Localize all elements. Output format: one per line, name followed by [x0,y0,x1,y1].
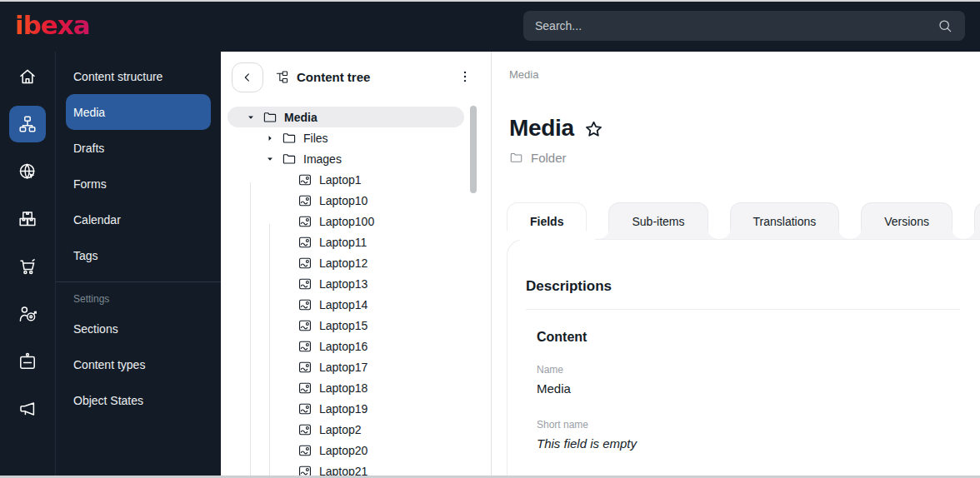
caret-down-icon[interactable] [265,154,275,164]
tree-item-label: Laptop16 [319,340,368,353]
image-icon [298,256,312,271]
rail-item-commerce[interactable] [9,248,46,285]
field-list: NameMediaShort nameThis field is empty [537,364,960,451]
tree-row[interactable]: Laptop17 [228,356,464,377]
field-group: Content NameMediaShort nameThis field is… [537,330,960,451]
sidebar-item-sections[interactable]: Sections [66,311,211,346]
tree-item-label: Files [303,132,328,145]
section-heading: Descriptions [526,278,960,295]
tab-versions[interactable]: Versions [861,202,952,239]
tree-row[interactable]: Images [228,148,464,169]
page-title: Media [509,115,574,142]
sidebar-item-object-states[interactable]: Object States [66,382,211,418]
audience-target-icon [18,304,38,324]
sidebar-item-content-structure[interactable]: Content structure [66,58,211,94]
tree-item-label: Laptop14 [319,298,368,311]
image-icon [298,339,312,354]
tree-row[interactable]: Media [228,107,464,127]
tree-row[interactable]: Files [228,127,464,148]
rail-item-users[interactable] [9,343,46,380]
tree-row[interactable]: Laptop19 [228,398,464,419]
rail-item-content[interactable] [9,106,46,142]
tree-row[interactable]: Laptop13 [228,273,464,294]
tab-locations[interactable]: Locations [974,202,980,239]
field-label: Short name [537,419,960,431]
global-search [523,11,965,41]
tree-item-label: Laptop100 [319,215,374,228]
group-heading: Content [537,330,960,345]
search-input[interactable] [535,19,937,32]
menu-list: Content structureMediaDraftsFormsCalenda… [56,58,221,273]
star-icon[interactable] [583,119,604,140]
collapse-tree-button[interactable] [232,62,263,92]
tab-translations[interactable]: Translations [730,202,840,239]
content-structure-icon [18,114,38,134]
tree-options-button[interactable] [458,69,472,84]
content-type-row: Folder [509,151,567,165]
kebab-menu-icon [458,69,472,84]
top-bar: ibexa [0,0,980,52]
folder-icon [262,110,278,125]
sidebar-item-calendar[interactable]: Calendar [66,202,211,237]
sidebar-item-forms[interactable]: Forms [66,166,211,202]
tree-item-label: Laptop12 [319,256,368,270]
product-boxes-icon [18,209,38,229]
tree-row[interactable]: Laptop14 [228,294,464,315]
tree-row[interactable]: Laptop12 [228,252,464,273]
tree-item-label: Laptop15 [319,319,368,332]
menu-item-label: Object States [73,394,143,407]
tab-label: Versions [884,215,929,228]
tree-row[interactable]: Laptop2 [228,419,464,440]
caret-right-icon[interactable] [265,133,275,143]
rail-item-site[interactable] [9,153,46,190]
breadcrumb[interactable]: Media [509,68,538,81]
field-value: This field is empty [537,436,960,451]
image-icon [298,276,312,291]
sidebar-item-media[interactable]: Media [66,94,211,130]
tree-scrollbar-thumb[interactable] [470,106,477,193]
sidebar-item-tags[interactable]: Tags [66,237,211,273]
image-icon [298,297,312,312]
tree-item-label: Laptop18 [319,381,368,395]
settings-list: SectionsContent typesObject States [56,311,221,418]
field-name: NameMedia [537,364,960,396]
field-label: Name [537,364,960,376]
content-tree-icon [275,70,289,84]
tree-row[interactable]: Laptop1 [228,169,464,190]
sidebar-item-content-types[interactable]: Content types [66,346,211,382]
tab-fields[interactable]: Fields [507,202,587,240]
content-tree-title: Content tree [297,70,370,84]
tab-label: Fields [530,215,563,228]
tree-row[interactable]: Laptop15 [228,315,464,336]
tree-item-label: Laptop13 [319,277,368,291]
icon-rail [0,52,56,478]
tree-item-label: Laptop2 [319,423,362,436]
rail-item-personalization[interactable] [9,296,46,332]
rail-item-marketing[interactable] [9,391,46,427]
sidebar-item-drafts[interactable]: Drafts [66,130,211,166]
tree-row[interactable]: Laptop20 [228,440,464,461]
rail-item-dashboard[interactable] [9,58,46,95]
tab-label: Translations [753,215,817,228]
main-content: Media Media Folder FieldsSub-itemsTransl… [492,52,980,478]
caret-down-icon[interactable] [246,112,256,122]
tab-sub-items[interactable]: Sub-items [608,202,708,239]
content-tree-panel: Content tree MediaFilesImagesLaptop1Lapt… [221,52,492,478]
rail-item-products[interactable] [9,201,46,237]
tree-row[interactable]: Laptop16 [228,336,464,356]
tree-row[interactable]: Laptop18 [228,377,464,398]
tree-row[interactable]: Laptop11 [228,232,464,252]
menu-item-label: Drafts [73,142,104,155]
ibexa-logo[interactable]: ibexa [15,10,90,40]
id-badge-icon [18,351,38,371]
tree-row[interactable]: Laptop100 [228,211,464,232]
image-icon [298,401,312,416]
image-icon [298,318,312,333]
fields-tab-panel: Descriptions Content NameMediaShort name… [507,239,980,478]
image-icon [298,422,312,437]
tree-row[interactable]: Laptop10 [228,190,464,211]
folder-icon [282,131,297,146]
home-icon [18,67,38,87]
menu-item-label: Sections [73,322,118,336]
search-icon[interactable] [937,17,953,34]
